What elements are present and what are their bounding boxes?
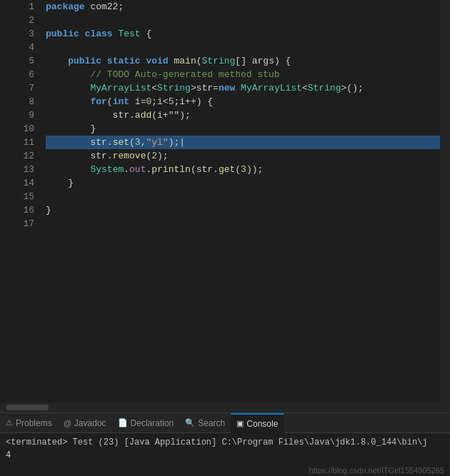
declaration-icon: 📄 [118, 418, 128, 427]
problems-icon: ⚠ [6, 418, 13, 427]
margin-line-4 [0, 41, 11, 54]
code-line-3: public class Test { [46, 27, 440, 41]
margin-line-8 [0, 95, 11, 108]
line-number-1: 1 [11, 0, 34, 14]
margin-line-13 [0, 163, 11, 176]
vertical-scrollbar[interactable] [440, 0, 450, 402]
tab-declaration[interactable]: 📄Declaration [112, 413, 180, 433]
margin-line-3 [0, 27, 11, 41]
line-number-6: 6 [11, 68, 34, 81]
line-number-gutter: 1234567891011121314151617 [11, 0, 40, 402]
tab-problems[interactable]: ⚠Problems [0, 413, 58, 433]
line-number-7: 7 [11, 81, 34, 95]
line-number-10: 10 [11, 122, 34, 136]
line-number-5: 5 [11, 54, 34, 68]
margin-line-1 [0, 0, 11, 14]
horizontal-scrollbar[interactable] [0, 402, 450, 412]
tab-javadoc[interactable]: @Javadoc [58, 413, 112, 433]
code-line-1: package com22; [46, 0, 440, 14]
line-number-17: 17 [11, 217, 34, 231]
code-line-4 [46, 41, 440, 54]
code-line-17 [46, 217, 440, 231]
code-line-11: str.set(3,"yl");| [46, 136, 440, 149]
margin-line-11 [0, 136, 11, 149]
code-line-6: // TODO Auto-generated method stub [46, 68, 440, 81]
margin-line-10 [0, 122, 11, 136]
line-number-16: 16 [11, 203, 34, 217]
tab-label-search: Search [198, 418, 225, 428]
margin-line-9 [0, 108, 11, 122]
margin-line-14 [0, 176, 11, 190]
code-line-14: } [46, 176, 440, 190]
tab-search[interactable]: 🔍Search [179, 413, 231, 433]
console-terminated-line: <terminated> Test (23) [Java Application… [6, 436, 444, 449]
console-icon: ▣ [236, 419, 244, 428]
margin-line-15 [0, 190, 11, 203]
editor-area: 1234567891011121314151617 package com22;… [0, 0, 450, 412]
code-line-7: MyArrayList<String>str=new MyArrayList<S… [46, 81, 440, 95]
code-line-16: } [46, 203, 440, 217]
javadoc-icon: @ [64, 419, 71, 427]
code-pane[interactable]: package com22; public class Test { publi… [40, 0, 440, 402]
line-number-15: 15 [11, 190, 34, 203]
line-number-4: 4 [11, 41, 34, 54]
line-number-13: 13 [11, 163, 34, 176]
margin-line-7 [0, 81, 11, 95]
code-line-2 [46, 14, 440, 27]
h-scroll-thumb[interactable] [6, 405, 49, 410]
tab-label-console: Console [246, 419, 278, 429]
code-line-13: System.out.println(str.get(3)); [46, 163, 440, 176]
code-line-10: } [46, 122, 440, 136]
margin-line-17 [0, 217, 11, 231]
line-number-9: 9 [11, 108, 34, 122]
line-number-2: 2 [11, 14, 34, 27]
tab-label-javadoc: Javadoc [74, 418, 106, 428]
tab-label-problems: Problems [16, 418, 52, 428]
console-output: <terminated> Test (23) [Java Application… [0, 433, 450, 465]
code-line-5: public static void main(String[] args) { [46, 54, 440, 68]
line-number-12: 12 [11, 149, 34, 163]
line-number-11: 11 [11, 136, 34, 149]
code-line-12: str.remove(2); [46, 149, 440, 163]
margin-line-16 [0, 203, 11, 217]
margin-line-6 [0, 68, 11, 81]
watermark: https://blog.csdn.net/ITGirl1554905265 [0, 465, 450, 476]
line-number-14: 14 [11, 176, 34, 190]
code-line-8: for(int i=0;i<5;i++) { [46, 95, 440, 108]
line-number-8: 8 [11, 95, 34, 108]
tab-label-declaration: Declaration [131, 418, 174, 428]
margin-line-12 [0, 149, 11, 163]
tab-console[interactable]: ▣Console [231, 413, 284, 433]
bottom-panel: ⚠Problems@Javadoc📄Declaration🔍Search▣Con… [0, 412, 450, 476]
editor-content: 1234567891011121314151617 package com22;… [0, 0, 450, 402]
bottom-tab-bar: ⚠Problems@Javadoc📄Declaration🔍Search▣Con… [0, 413, 450, 433]
search-icon: 🔍 [185, 418, 195, 427]
margin-line-2 [0, 14, 11, 27]
margin-line-5 [0, 54, 11, 68]
line-number-3: 3 [11, 27, 34, 41]
console-output-line: 4 [6, 449, 444, 462]
code-line-9: str.add(i+""); [46, 108, 440, 122]
left-margin [0, 0, 11, 402]
code-line-15 [46, 190, 440, 203]
